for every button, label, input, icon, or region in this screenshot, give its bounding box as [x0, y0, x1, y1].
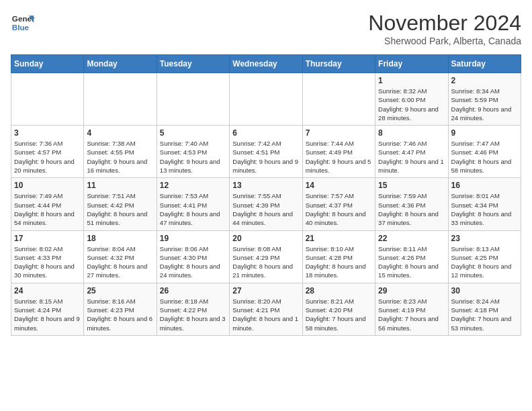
- calendar-week-row: 10Sunrise: 7:49 AMSunset: 4:44 PMDayligh…: [11, 178, 521, 230]
- calendar-cell: 27Sunrise: 8:20 AMSunset: 4:21 PMDayligh…: [230, 283, 302, 335]
- day-info: Sunrise: 7:55 AMSunset: 4:39 PMDaylight:…: [232, 191, 299, 227]
- day-number: 15: [378, 181, 445, 190]
- day-number: 13: [232, 181, 299, 190]
- calendar-cell: 23Sunrise: 8:13 AMSunset: 4:25 PMDayligh…: [448, 230, 521, 283]
- calendar-cell: 12Sunrise: 7:53 AMSunset: 4:41 PMDayligh…: [157, 178, 229, 230]
- day-info: Sunrise: 8:32 AMSunset: 6:00 PMDaylight:…: [378, 87, 445, 122]
- calendar-cell: 18Sunrise: 8:04 AMSunset: 4:32 PMDayligh…: [84, 230, 157, 283]
- day-number: 21: [306, 234, 372, 243]
- day-info: Sunrise: 7:49 AMSunset: 4:44 PMDaylight:…: [14, 191, 81, 227]
- day-number: 3: [14, 128, 81, 138]
- day-number: 8: [378, 128, 445, 138]
- day-number: 2: [451, 76, 518, 85]
- day-info: Sunrise: 8:18 AMSunset: 4:22 PMDaylight:…: [160, 297, 226, 332]
- calendar-cell: 14Sunrise: 7:57 AMSunset: 4:37 PMDayligh…: [302, 178, 375, 230]
- day-number: 10: [14, 181, 81, 190]
- day-number: 5: [160, 128, 226, 138]
- weekday-header: Monday: [84, 55, 157, 73]
- day-info: Sunrise: 7:47 AMSunset: 4:46 PMDaylight:…: [451, 139, 518, 175]
- day-info: Sunrise: 8:06 AMSunset: 4:30 PMDaylight:…: [160, 244, 226, 280]
- weekday-header: Thursday: [302, 55, 375, 73]
- calendar-cell: 28Sunrise: 8:21 AMSunset: 4:20 PMDayligh…: [302, 283, 375, 335]
- calendar-cell: [11, 73, 84, 126]
- page-header: General Blue November 2024 Sherwood Park…: [11, 11, 521, 46]
- calendar-week-row: 3Sunrise: 7:36 AMSunset: 4:57 PMDaylight…: [11, 126, 521, 178]
- day-info: Sunrise: 8:15 AMSunset: 4:24 PMDaylight:…: [14, 297, 81, 332]
- calendar-cell: 2Sunrise: 8:34 AMSunset: 5:59 PMDaylight…: [448, 73, 521, 126]
- day-number: 6: [232, 128, 299, 138]
- calendar-table: SundayMondayTuesdayWednesdayThursdayFrid…: [11, 54, 521, 336]
- day-info: Sunrise: 7:46 AMSunset: 4:47 PMDaylight:…: [378, 139, 445, 175]
- calendar-cell: 4Sunrise: 7:38 AMSunset: 4:55 PMDaylight…: [84, 126, 157, 178]
- calendar-cell: 13Sunrise: 7:55 AMSunset: 4:39 PMDayligh…: [230, 178, 302, 230]
- day-number: 18: [87, 234, 153, 243]
- day-info: Sunrise: 8:11 AMSunset: 4:26 PMDaylight:…: [378, 244, 445, 280]
- day-number: 17: [14, 234, 81, 243]
- calendar-cell: 25Sunrise: 8:16 AMSunset: 4:23 PMDayligh…: [84, 283, 157, 335]
- calendar-cell: 8Sunrise: 7:46 AMSunset: 4:47 PMDaylight…: [375, 126, 448, 178]
- day-number: 4: [87, 128, 153, 138]
- calendar-header-row: SundayMondayTuesdayWednesdayThursdayFrid…: [11, 55, 521, 73]
- calendar-cell: 3Sunrise: 7:36 AMSunset: 4:57 PMDaylight…: [11, 126, 84, 178]
- svg-text:Blue: Blue: [12, 23, 30, 32]
- day-number: 19: [160, 234, 226, 243]
- day-number: 26: [160, 286, 226, 295]
- day-number: 7: [306, 128, 372, 138]
- day-number: 24: [14, 286, 81, 295]
- calendar-cell: 19Sunrise: 8:06 AMSunset: 4:30 PMDayligh…: [157, 230, 229, 283]
- calendar-cell: 26Sunrise: 8:18 AMSunset: 4:22 PMDayligh…: [157, 283, 229, 335]
- calendar-cell: 15Sunrise: 7:59 AMSunset: 4:36 PMDayligh…: [375, 178, 448, 230]
- day-info: Sunrise: 7:38 AMSunset: 4:55 PMDaylight:…: [87, 139, 153, 175]
- day-info: Sunrise: 8:02 AMSunset: 4:33 PMDaylight:…: [14, 244, 81, 280]
- logo-icon: General Blue: [11, 11, 35, 35]
- day-number: 28: [306, 286, 372, 295]
- weekday-header: Tuesday: [157, 55, 229, 73]
- day-info: Sunrise: 7:59 AMSunset: 4:36 PMDaylight:…: [378, 191, 445, 227]
- calendar-cell: 5Sunrise: 7:40 AMSunset: 4:53 PMDaylight…: [157, 126, 229, 178]
- day-number: 25: [87, 286, 153, 295]
- weekday-header: Friday: [375, 55, 448, 73]
- calendar-cell: 21Sunrise: 8:10 AMSunset: 4:28 PMDayligh…: [302, 230, 375, 283]
- calendar-week-row: 17Sunrise: 8:02 AMSunset: 4:33 PMDayligh…: [11, 230, 521, 283]
- day-info: Sunrise: 7:36 AMSunset: 4:57 PMDaylight:…: [14, 139, 81, 175]
- weekday-header: Sunday: [11, 55, 84, 73]
- calendar-cell: 22Sunrise: 8:11 AMSunset: 4:26 PMDayligh…: [375, 230, 448, 283]
- day-info: Sunrise: 8:10 AMSunset: 4:28 PMDaylight:…: [306, 244, 372, 280]
- day-info: Sunrise: 8:08 AMSunset: 4:29 PMDaylight:…: [232, 244, 299, 280]
- calendar-week-row: 1Sunrise: 8:32 AMSunset: 6:00 PMDaylight…: [11, 73, 521, 126]
- calendar-cell: 17Sunrise: 8:02 AMSunset: 4:33 PMDayligh…: [11, 230, 84, 283]
- day-info: Sunrise: 7:44 AMSunset: 4:49 PMDaylight:…: [306, 139, 372, 175]
- day-number: 11: [87, 181, 153, 190]
- calendar-cell: 10Sunrise: 7:49 AMSunset: 4:44 PMDayligh…: [11, 178, 84, 230]
- day-number: 14: [306, 181, 372, 190]
- day-number: 23: [451, 234, 518, 243]
- calendar-cell: [302, 73, 375, 126]
- day-number: 20: [232, 234, 299, 243]
- day-number: 1: [378, 76, 445, 85]
- weekday-header: Wednesday: [230, 55, 302, 73]
- day-info: Sunrise: 7:57 AMSunset: 4:37 PMDaylight:…: [306, 191, 372, 227]
- day-info: Sunrise: 7:51 AMSunset: 4:42 PMDaylight:…: [87, 191, 153, 227]
- calendar-week-row: 24Sunrise: 8:15 AMSunset: 4:24 PMDayligh…: [11, 283, 521, 335]
- day-number: 16: [451, 181, 518, 190]
- calendar-cell: 20Sunrise: 8:08 AMSunset: 4:29 PMDayligh…: [230, 230, 302, 283]
- day-info: Sunrise: 8:23 AMSunset: 4:19 PMDaylight:…: [378, 297, 445, 332]
- day-info: Sunrise: 8:04 AMSunset: 4:32 PMDaylight:…: [87, 244, 153, 280]
- day-number: 22: [378, 234, 445, 243]
- day-info: Sunrise: 7:53 AMSunset: 4:41 PMDaylight:…: [160, 191, 226, 227]
- day-info: Sunrise: 8:01 AMSunset: 4:34 PMDaylight:…: [451, 191, 518, 227]
- calendar-cell: 1Sunrise: 8:32 AMSunset: 6:00 PMDaylight…: [375, 73, 448, 126]
- day-number: 12: [160, 181, 226, 190]
- day-info: Sunrise: 8:16 AMSunset: 4:23 PMDaylight:…: [87, 297, 153, 332]
- day-info: Sunrise: 8:24 AMSunset: 4:18 PMDaylight:…: [451, 297, 518, 332]
- day-number: 29: [378, 286, 445, 295]
- day-info: Sunrise: 7:40 AMSunset: 4:53 PMDaylight:…: [160, 139, 226, 175]
- calendar-cell: 16Sunrise: 8:01 AMSunset: 4:34 PMDayligh…: [448, 178, 521, 230]
- day-info: Sunrise: 8:34 AMSunset: 5:59 PMDaylight:…: [451, 87, 518, 122]
- title-block: November 2024 Sherwood Park, Alberta, Ca…: [368, 11, 521, 46]
- calendar-cell: 6Sunrise: 7:42 AMSunset: 4:51 PMDaylight…: [230, 126, 302, 178]
- day-info: Sunrise: 8:21 AMSunset: 4:20 PMDaylight:…: [306, 297, 372, 332]
- calendar-cell: [84, 73, 157, 126]
- calendar-cell: 7Sunrise: 7:44 AMSunset: 4:49 PMDaylight…: [302, 126, 375, 178]
- logo: General Blue: [11, 11, 35, 35]
